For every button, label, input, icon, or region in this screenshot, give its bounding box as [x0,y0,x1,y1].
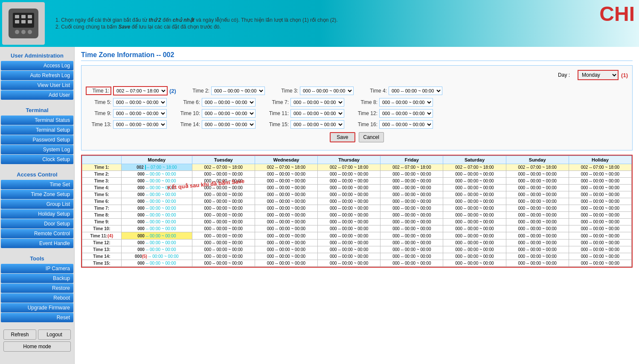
svg-rect-7 [28,15,32,18]
badge1: (1) [621,72,628,78]
sidebar-item-holiday-setup[interactable]: Holiday Setup [1,209,73,219]
time9-select[interactable]: 000 -- 00:00 ~ 00:00 [113,109,167,118]
table-cell: 002 -- 07:00 ~ 18:00 [380,164,443,171]
table-cell: 000 -- 00:00 ~ 00:00 [569,212,631,219]
table-row: Time 8:000 -- 00:00 ~ 00:00000 -- 00:00 … [82,212,632,219]
table-cell: 000 -- 00:00 ~ 00:00 [506,246,569,253]
time11-label: Time 11: [263,110,289,116]
table-cell: 000 -- 00:00 ~ 00:00 [255,191,317,198]
table-cell: 000 -- 00:00 ~ 00:00 [506,219,569,225]
sidebar-item-event-handle[interactable]: Event Handle [1,239,73,248]
time8-select[interactable]: 000 -- 00:00 ~ 00:00 [379,98,433,107]
sidebar-item-access-log[interactable]: Access Log [1,61,73,70]
table-cell: 000 -- 00:00 ~ 00:00 [380,253,443,260]
sidebar-item-terminal-status[interactable]: Terminal Status [1,116,73,125]
table-cell: 000 -- 00:00 ~ 00:00 [506,178,569,185]
table-cell: 000 -- 00:00 ~ 00:00 [443,253,506,260]
time9-label: Time 9: [86,110,111,116]
home-mode-button[interactable]: Home mode [3,341,71,352]
table-cell: 000 -- 00:00 ~ 00:00 [506,253,569,260]
time16-select[interactable]: 000 -- 00:00 ~ 00:00 [379,120,433,129]
table-cell: 000 -- 00:00 ~ 00:00 [121,246,192,253]
table-cell: 000 -- 00:00 ~ 00:00 [192,246,255,253]
table-cell: 000 -- 00:00 ~ 00:00 [506,240,569,246]
table-cell: 000 -- 00:00 ~ 00:00 [318,219,380,225]
table-cell: 000 -- 00:00 ~ 00:00 [569,253,631,260]
col-header-empty [82,156,122,164]
row-label: Time 15: [82,260,122,267]
table-cell: 000 -- 00:00 ~ 00:00 [443,171,506,178]
time5-select[interactable]: 000 -- 00:00 ~ 00:00 [113,98,167,107]
table-cell: 000 -- 00:00 ~ 00:00 [380,171,443,178]
sidebar-item-remote-control[interactable]: Remote Control [1,229,73,238]
sidebar-item-reboot[interactable]: Reboot [1,293,73,303]
main-layout: User Administration Access Log Auto Refr… [0,47,639,364]
time3-select[interactable]: 000 -- 00:00 ~ 00:00 [300,87,354,95]
table-cell: 000 -- 00:00 ~ 00:00 [192,212,255,219]
table-cell: 000 -- 00:00 ~ 00:00 [192,185,255,191]
table-cell: 000 -- 00:00 ~ 00:00 [443,191,506,198]
table-cell: 000 -- 00:00 ~ 00:00 [569,171,631,178]
table-cell: 000 -- 00:00 ~ 00:00 [318,171,380,178]
sidebar-item-time-set[interactable]: Time Set [1,180,73,189]
row-label: Time 4: [82,185,122,191]
save-button[interactable]: Save [330,132,355,142]
sidebar-item-clock-setup[interactable]: Clock Setup [1,155,73,164]
time2-group: Time 2: 000 -- 00:00 ~ 00:00 [184,87,265,95]
table-cell: 000 -- 00:00 ~ 00:00 [255,212,317,219]
table-cell: 000 -- 00:00 ~ 00:00 [380,240,443,246]
sidebar-item-ip-camera[interactable]: IP Camera [1,264,73,273]
time10-label: Time 10: [174,110,200,116]
sidebar-item-upgrade-firmware[interactable]: Upgrade Firmware [1,303,73,312]
day-select[interactable]: Monday Tuesday Wednesday Thursday Friday… [578,70,619,80]
time7-select[interactable]: 000 -- 00:00 ~ 00:00 [290,98,344,107]
day-label: Day : [558,72,570,78]
table-cell: 000 -- 00:00 ~ 00:00 [443,205,506,212]
time3-group: Time 3: 000 -- 00:00 ~ 00:00 [273,87,354,95]
table-cell: 000 -- 00:00 ~ 00:00 [192,191,255,198]
table-row: Time 9:000 -- 00:00 ~ 00:00000 -- 00:00 … [82,219,632,225]
sidebar-item-password-setup[interactable]: Password Setup [1,135,73,144]
time11-select[interactable]: 000 -- 00:00 ~ 00:00 [290,109,344,118]
cancel-button[interactable]: Cancel [359,132,384,142]
table-cell: 000 -- 00:00 ~ 00:00 [255,253,317,260]
time-slots-row2: Time 5: 000 -- 00:00 ~ 00:00 Time 6: 000… [86,98,628,107]
sidebar-item-terminal-setup[interactable]: Terminal Setup [1,125,73,135]
time10-select[interactable]: 000 -- 00:00 ~ 00:00 [202,109,256,118]
sidebar-item-time-zone-setup[interactable]: Time Zone Setup [1,190,73,199]
time15-select[interactable]: 000 -- 00:00 ~ 00:00 [290,120,344,129]
logout-button[interactable]: Logout [38,329,71,340]
table-cell: 000 -- 00:00 ~ 00:00 [506,198,569,205]
refresh-button[interactable]: Refresh [3,329,36,340]
sidebar-item-add-user[interactable]: Add User [1,90,73,100]
col-header-thursday: Thursday [318,156,380,164]
time15-label: Time 15: [263,121,289,127]
col-header-saturday: Saturday [443,156,506,164]
sidebar-item-restore[interactable]: Restore [1,283,73,293]
time-zone-table: Monday Tuesday Wednesday Thursday Friday… [82,156,632,267]
time1-select[interactable]: 002 -- 07:00 ~ 18:00 000 -- 00:00 ~ 00:0… [113,86,168,95]
table-cell: 000 -- 00:00 ~ 00:00 [569,232,631,240]
svg-rect-5 [15,15,19,18]
time6-select[interactable]: 000 -- 00:00 ~ 00:00 [202,98,256,107]
header: 1. Chọn ngày để cài thời gian bắt đầu từ… [0,0,639,47]
time13-select[interactable]: 000 -- 00:00 ~ 00:00 [113,120,167,129]
badge2: (2) [169,88,176,94]
table-cell: 000 -- 00:00 ~ 00:00 [192,171,255,178]
time-slots-row1: Time 1: 002 -- 07:00 ~ 18:00 000 -- 00:0… [86,86,628,95]
table-cell: 000 -- 00:00 ~ 00:00 [121,260,192,267]
sidebar-item-view-user-list[interactable]: View User List [1,81,73,90]
sidebar-item-system-log[interactable]: System Log [1,145,73,154]
table-cell: 000 -- 00:00 ~ 00:00 [192,240,255,246]
time2-select[interactable]: 000 -- 00:00 ~ 00:00 [211,87,265,95]
time4-select[interactable]: 000 -- 00:00 ~ 00:00 [389,87,442,95]
sidebar-item-reset[interactable]: Reset [1,313,73,322]
sidebar-item-backup[interactable]: Backup [1,274,73,283]
time12-select[interactable]: 000 -- 00:00 ~ 00:00 [379,109,433,118]
sidebar-item-auto-refresh-log[interactable]: Auto Refresh Log [1,71,73,80]
table-cell: 000 -- 00:00 ~ 00:00 [121,185,192,191]
time14-select[interactable]: 000 -- 00:00 ~ 00:00 [202,120,256,129]
sidebar-item-door-setup[interactable]: Door Setup [1,219,73,228]
sidebar-item-group-list[interactable]: Group List [1,199,73,209]
row-label: Time 8: [82,212,122,219]
